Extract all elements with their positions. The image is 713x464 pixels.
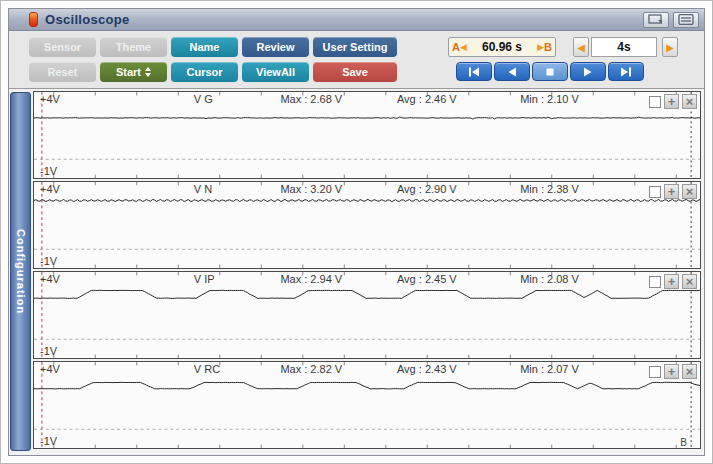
top-voltage-label: +4V: [40, 363, 60, 375]
interval-increase-button[interactable]: ▶: [662, 37, 678, 57]
start-button-label: Start: [116, 66, 141, 78]
app-title: Oscilloscope: [45, 12, 130, 27]
save-button[interactable]: Save: [313, 62, 397, 82]
user-setting-button[interactable]: User Setting: [313, 37, 397, 57]
channel-min-value: Min : 2.38 V: [520, 183, 579, 195]
waveform-plot[interactable]: [34, 362, 700, 448]
channel-max-value: Max : 2.94 V: [280, 273, 342, 285]
channel-controls: + ×: [649, 184, 697, 199]
channel-close-icon[interactable]: ×: [682, 94, 697, 109]
channel-close-icon[interactable]: ×: [682, 274, 697, 289]
interval-value-box[interactable]: 4s: [591, 37, 657, 57]
sensor-button[interactable]: Sensor: [29, 37, 96, 57]
time-controls: A ◀ 60.96 s ▶ B ◀ 4s ▶: [448, 36, 682, 81]
start-button[interactable]: Start: [100, 62, 167, 82]
skip-to-end-button[interactable]: [608, 62, 644, 81]
channel-min-value: Min : 2.07 V: [520, 363, 579, 375]
cursor-b-marker-label: B: [680, 437, 687, 448]
bottom-voltage-label: -1V: [40, 345, 57, 357]
cursor-button[interactable]: Cursor: [171, 62, 238, 82]
channel-panel: +4V V G Max : 2.68 V Avg : 2.46 V Min : …: [33, 91, 701, 179]
transport-controls: [456, 62, 682, 81]
waveform-plot[interactable]: [34, 92, 700, 178]
bottom-voltage-label: -1V: [40, 165, 57, 177]
top-voltage-label: +4V: [40, 183, 60, 195]
channel-max-value: Max : 3.20 V: [280, 183, 342, 195]
channel-select-checkbox[interactable]: [649, 276, 661, 288]
channel-panel: +4V V IP Max : 2.94 V Avg : 2.45 V Min :…: [33, 271, 701, 359]
channel-panels: +4V V G Max : 2.68 V Avg : 2.46 V Min : …: [33, 91, 701, 455]
spinner-icon: [145, 67, 151, 77]
channel-select-checkbox[interactable]: [649, 96, 661, 108]
channel-min-value: Min : 2.08 V: [520, 273, 579, 285]
channel-panel: +4V V RC Max : 2.82 V Avg : 2.43 V Min :…: [33, 361, 701, 449]
scope-area: Configuration +4V V G Max : 2.68 V Avg :…: [9, 89, 704, 455]
channel-avg-value: Avg : 2.43 V: [397, 363, 457, 375]
ab-range-box[interactable]: A ◀ 60.96 s ▶ B: [448, 37, 556, 57]
stop-button[interactable]: [532, 62, 568, 81]
channel-avg-value: Avg : 2.90 V: [397, 183, 457, 195]
ab-time-value: 60.96 s: [467, 40, 537, 54]
toolbar: Sensor Theme Name Review User Setting Re…: [9, 31, 704, 89]
channel-name: V RC: [194, 363, 220, 375]
channel-select-checkbox[interactable]: [649, 186, 661, 198]
bottom-voltage-label: -1V: [40, 435, 57, 447]
channel-expand-icon[interactable]: +: [664, 274, 679, 289]
channel-min-value: Min : 2.10 V: [520, 93, 579, 105]
cursor-b-label: B: [544, 41, 552, 53]
bottom-voltage-label: -1V: [40, 255, 57, 267]
channel-close-icon[interactable]: ×: [682, 364, 697, 379]
channel-expand-icon[interactable]: +: [664, 364, 679, 379]
cursor-a-triangle-icon: ◀: [460, 43, 467, 52]
channel-controls: + ×: [649, 274, 697, 289]
time-row: A ◀ 60.96 s ▶ B ◀ 4s ▶: [448, 36, 682, 58]
channel-avg-value: Avg : 2.45 V: [397, 273, 457, 285]
top-voltage-label: +4V: [40, 93, 60, 105]
theme-button[interactable]: Theme: [100, 37, 167, 57]
layout-icon[interactable]: [673, 12, 699, 28]
waveform-plot[interactable]: [34, 272, 700, 358]
app-icon: [29, 12, 38, 27]
channel-avg-value: Avg : 2.46 V: [397, 93, 457, 105]
configuration-tab[interactable]: Configuration: [10, 92, 31, 451]
play-button[interactable]: [570, 62, 606, 81]
channel-name: V N: [194, 183, 212, 195]
waveform-plot[interactable]: [34, 182, 700, 268]
top-voltage-label: +4V: [40, 273, 60, 285]
toolbar-button-grid: Sensor Theme Name Review User Setting Re…: [29, 37, 397, 82]
channel-expand-icon[interactable]: +: [664, 184, 679, 199]
step-back-button[interactable]: [494, 62, 530, 81]
channel-controls: + ×: [649, 364, 697, 379]
channel-close-icon[interactable]: ×: [682, 184, 697, 199]
oscilloscope-window: Oscilloscope Sensor Theme Name Review Us…: [8, 8, 705, 456]
cursor-a-label: A: [452, 41, 460, 53]
name-button[interactable]: Name: [171, 37, 238, 57]
channel-expand-icon[interactable]: +: [664, 94, 679, 109]
channel-max-value: Max : 2.82 V: [280, 363, 342, 375]
channel-name: V IP: [194, 273, 215, 285]
channel-controls: + ×: [649, 94, 697, 109]
screenshot-icon[interactable]: [643, 12, 669, 28]
screenshot-frame: Oscilloscope Sensor Theme Name Review Us…: [0, 0, 713, 464]
configuration-tab-label: Configuration: [15, 229, 27, 314]
skip-to-start-button[interactable]: [456, 62, 492, 81]
channel-select-checkbox[interactable]: [649, 366, 661, 378]
titlebar: Oscilloscope: [9, 9, 704, 31]
cursor-b-triangle-icon: ▶: [537, 43, 544, 52]
review-button[interactable]: Review: [242, 37, 309, 57]
channel-max-value: Max : 2.68 V: [280, 93, 342, 105]
channel-name: V G: [194, 93, 213, 105]
reset-button[interactable]: Reset: [29, 62, 96, 82]
interval-decrease-button[interactable]: ◀: [573, 37, 589, 57]
channel-panel: +4V V N Max : 3.20 V Avg : 2.90 V Min : …: [33, 181, 701, 269]
viewall-button[interactable]: ViewAll: [242, 62, 309, 82]
